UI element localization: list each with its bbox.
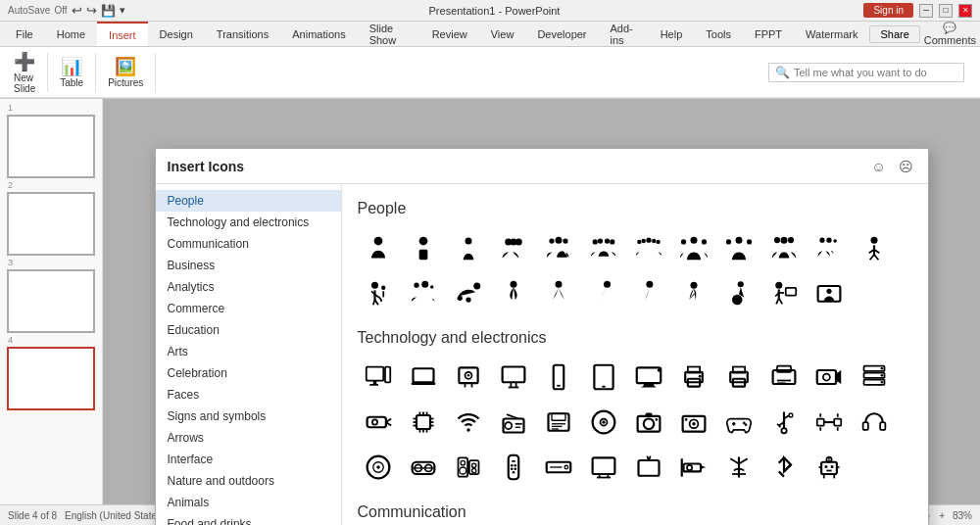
icon-monitor[interactable] bbox=[493, 357, 534, 398]
signin-button[interactable]: Sign in bbox=[863, 3, 913, 18]
icon-person-crawl[interactable] bbox=[448, 272, 489, 313]
maximize-button[interactable]: □ bbox=[939, 4, 953, 18]
icon-group-5[interactable] bbox=[673, 227, 714, 268]
sidebar-item-business[interactable]: Business bbox=[156, 255, 341, 276]
sidebar-item-arrows[interactable]: Arrows bbox=[156, 427, 341, 449]
icon-remote[interactable] bbox=[493, 447, 534, 488]
slide-thumb-2[interactable] bbox=[7, 192, 95, 256]
icon-group-4[interactable] bbox=[628, 227, 669, 268]
icon-desktop[interactable] bbox=[358, 357, 399, 398]
icon-tablet[interactable] bbox=[583, 357, 624, 398]
ribbon-search-input[interactable] bbox=[794, 67, 951, 78]
icon-tv[interactable] bbox=[583, 447, 624, 488]
icon-robot[interactable] bbox=[808, 447, 850, 488]
customize-icon[interactable]: ▾ bbox=[120, 4, 125, 17]
icon-vr-headset[interactable] bbox=[403, 447, 444, 488]
icon-group-1[interactable] bbox=[493, 227, 534, 268]
icon-wheelchair[interactable] bbox=[718, 272, 760, 313]
sidebar-item-communication[interactable]: Communication bbox=[156, 233, 341, 255]
icon-person-run[interactable] bbox=[583, 272, 624, 313]
emoji-smile-button[interactable]: ☺ bbox=[869, 157, 889, 176]
sidebar-item-analytics[interactable]: Analytics bbox=[156, 276, 341, 298]
close-button[interactable]: ✕ bbox=[958, 4, 972, 18]
icon-group-6[interactable] bbox=[718, 227, 760, 268]
new-slide-btn[interactable]: ➕NewSlide bbox=[8, 49, 41, 96]
share-button[interactable]: Share bbox=[869, 25, 919, 43]
icon-family-2[interactable] bbox=[403, 272, 444, 313]
icon-monitor-camera[interactable] bbox=[448, 357, 489, 398]
tab-transitions[interactable]: Transitions bbox=[205, 22, 280, 46]
tab-home[interactable]: Home bbox=[45, 22, 97, 46]
sidebar-item-animals[interactable]: Animals bbox=[156, 492, 341, 513]
slide-thumb-4[interactable] bbox=[7, 347, 95, 410]
slide-thumb-1[interactable] bbox=[7, 115, 95, 178]
sidebar-item-nature[interactable]: Nature and outdoors bbox=[156, 470, 341, 492]
icon-wifi[interactable] bbox=[448, 402, 489, 443]
sidebar-item-food[interactable]: Food and drinks bbox=[156, 513, 341, 525]
icon-person-elderly[interactable] bbox=[673, 272, 714, 313]
icon-group-3[interactable] bbox=[583, 227, 624, 268]
icon-person-stand[interactable] bbox=[854, 227, 895, 268]
icon-projector-2[interactable] bbox=[673, 447, 714, 488]
icon-headphones[interactable] bbox=[854, 402, 895, 443]
tab-developer[interactable]: Developer bbox=[525, 22, 598, 46]
tab-fppt[interactable]: FPPT bbox=[743, 22, 794, 46]
icon-person-2[interactable] bbox=[403, 227, 444, 268]
icon-fax[interactable] bbox=[538, 402, 579, 443]
icon-camera[interactable] bbox=[628, 402, 669, 443]
icon-film-camera[interactable] bbox=[808, 357, 850, 398]
icon-copier[interactable] bbox=[763, 357, 805, 398]
sidebar-item-signs[interactable]: Signs and symbols bbox=[156, 406, 341, 427]
tab-insert[interactable]: Insert bbox=[97, 22, 148, 46]
icon-speakers[interactable] bbox=[448, 447, 489, 488]
autosave-toggle[interactable]: Off bbox=[54, 5, 67, 16]
icon-antenna[interactable] bbox=[718, 447, 760, 488]
icon-camera-2[interactable] bbox=[673, 402, 714, 443]
icon-person-walk2[interactable] bbox=[628, 272, 669, 313]
icon-family-1[interactable] bbox=[808, 227, 850, 268]
icon-phone[interactable] bbox=[538, 357, 579, 398]
icon-person-yoga[interactable] bbox=[493, 272, 534, 313]
icon-gamepad[interactable] bbox=[718, 402, 760, 443]
sidebar-item-interface[interactable]: Interface bbox=[156, 449, 341, 470]
icon-printer[interactable] bbox=[673, 357, 714, 398]
icon-person-1[interactable] bbox=[358, 227, 399, 268]
sidebar-item-people[interactable]: People bbox=[156, 190, 341, 212]
icon-bluetooth[interactable] bbox=[763, 447, 805, 488]
tab-design[interactable]: Design bbox=[148, 22, 205, 46]
icon-vinyl[interactable] bbox=[358, 447, 399, 488]
tab-animations[interactable]: Animations bbox=[280, 22, 357, 46]
tab-view[interactable]: View bbox=[479, 22, 526, 46]
icon-chip[interactable] bbox=[403, 402, 444, 443]
icon-connector[interactable] bbox=[808, 402, 850, 443]
icon-person-3[interactable] bbox=[448, 227, 489, 268]
icon-usb[interactable] bbox=[763, 402, 805, 443]
comments-button[interactable]: 💬 Comments bbox=[924, 22, 976, 46]
icon-group-7[interactable] bbox=[763, 227, 805, 268]
slide-thumb-3[interactable] bbox=[7, 269, 95, 333]
icon-tv-old[interactable] bbox=[628, 447, 669, 488]
minimize-button[interactable]: ─ bbox=[919, 4, 933, 18]
zoom-in-icon[interactable]: + bbox=[939, 510, 945, 521]
sidebar-item-tech[interactable]: Technology and electronics bbox=[156, 212, 341, 233]
icon-laptop[interactable] bbox=[403, 357, 444, 398]
save-icon[interactable]: 💾 bbox=[101, 4, 116, 18]
sidebar-item-commerce[interactable]: Commerce bbox=[156, 298, 341, 319]
sidebar-item-arts[interactable]: Arts bbox=[156, 341, 341, 362]
pictures-btn[interactable]: 🖼️Pictures bbox=[102, 54, 149, 90]
icon-person-present[interactable] bbox=[763, 272, 805, 313]
redo-icon[interactable]: ↪ bbox=[86, 3, 97, 18]
icon-projector[interactable] bbox=[358, 402, 399, 443]
undo-icon[interactable]: ↩ bbox=[72, 3, 82, 18]
icon-monitor-2[interactable] bbox=[628, 357, 669, 398]
icon-radio[interactable] bbox=[493, 402, 534, 443]
icon-cd[interactable] bbox=[583, 402, 624, 443]
tab-help[interactable]: Help bbox=[649, 22, 695, 46]
tab-review[interactable]: Review bbox=[420, 22, 479, 46]
icon-person-walk[interactable] bbox=[538, 272, 579, 313]
icon-server-rack[interactable] bbox=[854, 357, 895, 398]
icon-screen-person[interactable] bbox=[808, 272, 850, 313]
icon-printer-2[interactable] bbox=[718, 357, 760, 398]
emoji-sad-button[interactable]: ☹ bbox=[897, 157, 916, 176]
sidebar-item-faces[interactable]: Faces bbox=[156, 384, 341, 406]
